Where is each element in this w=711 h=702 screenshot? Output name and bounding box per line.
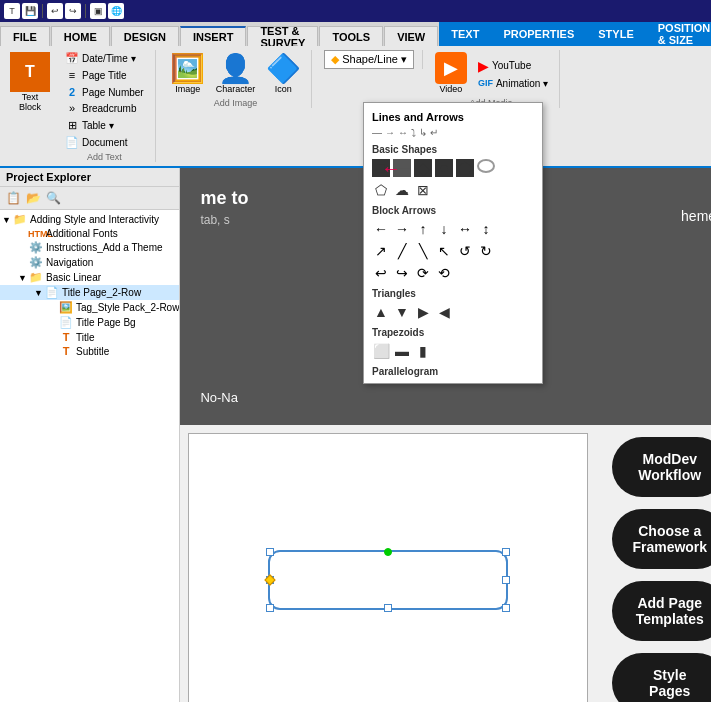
- tab-tools[interactable]: TOOLS: [319, 26, 383, 46]
- save-icon[interactable]: 💾: [22, 3, 38, 19]
- ba-ccw[interactable]: ↺: [456, 242, 474, 260]
- arrow-bent[interactable]: ↳: [419, 127, 427, 138]
- tab-style[interactable]: STYLE: [586, 22, 645, 46]
- image-button[interactable]: 🖼️ Image: [168, 50, 208, 96]
- shape-line-button[interactable]: ◆ Shape/Line ▾: [324, 50, 414, 69]
- square-shape[interactable]: ■: [372, 159, 390, 177]
- tab-bar: FILE HOME DESIGN INSERT TEST & SURVEY TO…: [0, 22, 711, 46]
- line-item[interactable]: —: [372, 127, 382, 138]
- handle-top-center[interactable]: [384, 548, 392, 556]
- block-arrows-label: Block Arrows: [364, 201, 542, 218]
- tree-item[interactable]: 🖼️ Tag_Style Pack_2-Row: [0, 300, 179, 315]
- ba-ur[interactable]: ↪: [393, 264, 411, 282]
- tab-design[interactable]: DESIGN: [111, 26, 179, 46]
- ba-vert[interactable]: ↕: [477, 220, 495, 238]
- tree-item[interactable]: T Title: [0, 330, 179, 344]
- ba-ul[interactable]: ↩: [372, 264, 390, 282]
- choose-framework-button[interactable]: Choose a Framework: [612, 509, 711, 569]
- tab-properties[interactable]: PROPERTIES: [491, 22, 586, 46]
- arrow-curved[interactable]: ⤵: [411, 127, 416, 138]
- trap2[interactable]: ▬: [393, 342, 411, 360]
- cloud-shape[interactable]: ☁: [393, 181, 411, 199]
- tab-insert[interactable]: INSERT: [180, 26, 246, 46]
- layout-icon[interactable]: ▣: [90, 3, 106, 19]
- globe-icon[interactable]: 🌐: [108, 3, 124, 19]
- tri-left[interactable]: ◀: [435, 303, 453, 321]
- tree-item[interactable]: ⚙️ Navigation: [0, 255, 179, 270]
- explorer-tool-3[interactable]: 🔍: [44, 189, 62, 207]
- add-page-templates-button[interactable]: Add Page Templates: [612, 581, 711, 641]
- tree-item[interactable]: 📄 Title Page Bg: [0, 315, 179, 330]
- tab-test-survey[interactable]: TEST & SURVEY: [247, 26, 318, 46]
- character-button[interactable]: 👤 Character: [212, 50, 260, 96]
- hexagon-shape[interactable]: ⬠: [372, 181, 390, 199]
- handle-bottom-left[interactable]: [266, 604, 274, 612]
- ba-left[interactable]: ←: [372, 220, 390, 238]
- ba-up[interactable]: ↑: [414, 220, 432, 238]
- ba-nw[interactable]: ↖: [435, 242, 453, 260]
- ba-down[interactable]: ↓: [435, 220, 453, 238]
- tab-position-size[interactable]: POSITION & SIZE: [646, 22, 711, 46]
- document-button[interactable]: 📄 Document: [62, 134, 139, 150]
- moddev-workflow-button[interactable]: ModDev Workflow: [612, 437, 711, 497]
- tree-item[interactable]: ▼ 📄 Title Page_2-Row: [0, 285, 179, 300]
- ba-r2[interactable]: ⟳: [414, 264, 432, 282]
- handle-top-right[interactable]: [502, 548, 510, 556]
- arrow-both[interactable]: ↔: [398, 127, 408, 138]
- redo-icon[interactable]: ↪: [65, 3, 81, 19]
- undo-icon[interactable]: ↩: [47, 3, 63, 19]
- rect-shape[interactable]: ▬: [393, 159, 411, 177]
- tree-item[interactable]: ▼ 📁 Adding Style and Interactivity: [0, 212, 179, 227]
- ba-right[interactable]: →: [393, 220, 411, 238]
- arrow-return[interactable]: ↵: [430, 127, 438, 138]
- tab-view[interactable]: VIEW: [384, 26, 438, 46]
- tree-item-label: Adding Style and Interactivity: [30, 214, 159, 225]
- tri-right[interactable]: ▶: [414, 303, 432, 321]
- handle-right-middle[interactable]: [502, 576, 510, 584]
- animation-button[interactable]: GIF Animation ▾: [475, 77, 551, 90]
- ba-backslash[interactable]: ╲: [414, 242, 432, 260]
- tab-home[interactable]: HOME: [51, 26, 110, 46]
- date-time-button[interactable]: 📅 Date/Time ▾: [62, 50, 147, 66]
- text-block-button[interactable]: T TextBlock: [6, 50, 54, 114]
- tree-item[interactable]: ⚙️ Instructions_Add a Theme: [0, 240, 179, 255]
- ba-slash[interactable]: ╱: [393, 242, 411, 260]
- tab-text[interactable]: TEXT: [439, 22, 491, 46]
- handle-bottom-middle[interactable]: [384, 604, 392, 612]
- tree-item[interactable]: ▼ 📁 Basic Linear: [0, 270, 179, 285]
- tri-up[interactable]: ▲: [372, 303, 390, 321]
- handle-bottom-right[interactable]: [502, 604, 510, 612]
- video-label: Video: [440, 84, 463, 94]
- explorer-tool-2[interactable]: 📂: [24, 189, 42, 207]
- rectangle-shape[interactable]: [268, 550, 508, 610]
- youtube-button[interactable]: ▶ YouTube: [475, 57, 551, 75]
- tree-item-label: Instructions_Add a Theme: [46, 242, 163, 253]
- ba-ne[interactable]: ↗: [372, 242, 390, 260]
- arrow-right[interactable]: →: [385, 127, 395, 138]
- trap1[interactable]: ⬜: [372, 342, 390, 360]
- video-button[interactable]: ▶ Video: [431, 50, 471, 96]
- oval-shape[interactable]: [477, 159, 495, 173]
- diamond-shape[interactable]: ◆: [414, 159, 432, 177]
- handle-top-left[interactable]: [266, 548, 274, 556]
- cross-shape[interactable]: ⊠: [414, 181, 432, 199]
- tree-item[interactable]: T Subtitle: [0, 344, 179, 358]
- ba-horiz[interactable]: ↔: [456, 220, 474, 238]
- table-button[interactable]: ⊞ Table ▾: [62, 117, 139, 133]
- ba-l2[interactable]: ⟲: [435, 264, 453, 282]
- tree-item[interactable]: HTML Additional Fonts: [0, 227, 179, 240]
- page-title-button[interactable]: ≡ Page Title: [62, 67, 147, 83]
- tri-down[interactable]: ▼: [393, 303, 411, 321]
- html-icon: HTML: [28, 229, 44, 239]
- circle-shape[interactable]: ●: [435, 159, 453, 177]
- ba-cw[interactable]: ↻: [477, 242, 495, 260]
- icon-button[interactable]: 🔷 Icon: [263, 50, 303, 96]
- tab-file[interactable]: FILE: [0, 26, 50, 46]
- breadcrumb-button[interactable]: » Breadcrumb: [62, 100, 139, 116]
- page-number-button[interactable]: 2 Page Number: [62, 84, 147, 100]
- style-pages-button[interactable]: Style Pages: [612, 653, 711, 702]
- explorer-tool-1[interactable]: 📋: [4, 189, 22, 207]
- trap3[interactable]: ▮: [414, 342, 432, 360]
- pentagon-shape[interactable]: ⬟: [456, 159, 474, 177]
- triangles-label: Triangles: [364, 284, 542, 301]
